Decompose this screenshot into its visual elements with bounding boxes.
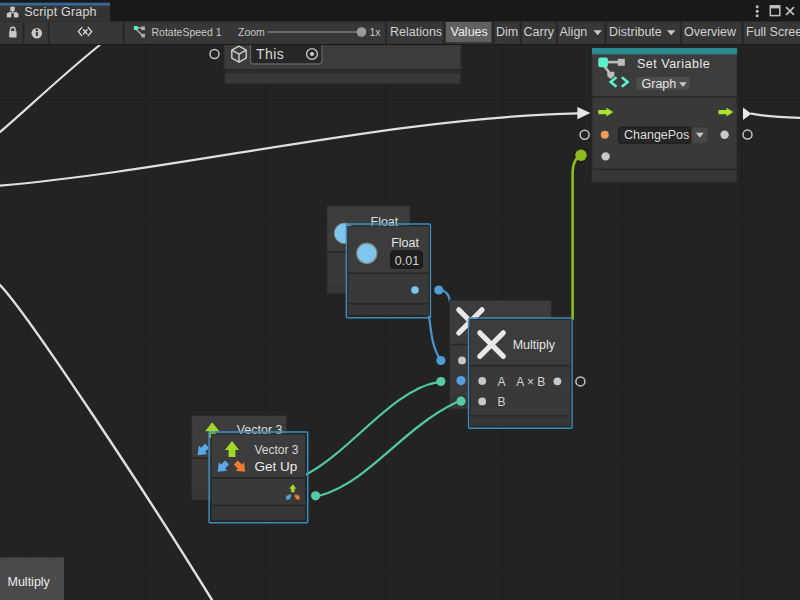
svg-text:1x: 1x (370, 26, 382, 38)
svg-text:Get Up: Get Up (254, 459, 297, 474)
svg-text:Dim: Dim (496, 25, 518, 39)
svg-text:0.01: 0.01 (395, 254, 419, 268)
svg-text:B: B (498, 395, 506, 409)
svg-text:Full Screen: Full Screen (746, 25, 800, 39)
svg-text:A × B: A × B (516, 375, 545, 389)
svg-text:Set Variable: Set Variable (637, 57, 710, 71)
svg-text:Float: Float (391, 236, 419, 250)
svg-text:Multiply: Multiply (8, 575, 51, 589)
svg-text:This: This (256, 46, 284, 62)
svg-text:Carry: Carry (524, 25, 555, 39)
svg-text:Values: Values (451, 25, 488, 39)
svg-text:Multiply: Multiply (513, 338, 556, 352)
svg-text:Vector 3: Vector 3 (254, 443, 298, 457)
svg-text:A: A (498, 375, 506, 389)
svg-text:Align: Align (560, 25, 588, 39)
svg-text:Graph: Graph (642, 77, 677, 91)
svg-text:Relations: Relations (390, 25, 442, 39)
svg-text:RotateSpeed 1: RotateSpeed 1 (152, 26, 222, 38)
svg-text:Distribute: Distribute (609, 25, 662, 39)
svg-text:Script Graph: Script Graph (24, 5, 97, 19)
svg-text:Overview: Overview (684, 25, 737, 39)
svg-text:Zoom: Zoom (238, 26, 265, 38)
svg-text:ChangePos: ChangePos (624, 128, 689, 142)
